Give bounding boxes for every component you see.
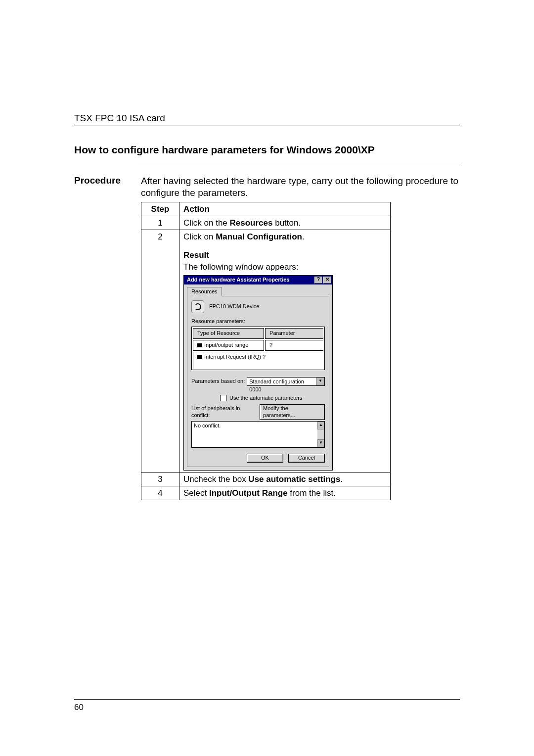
- resource-params-table: Type of Resource Parameter Input/output …: [191, 327, 325, 370]
- step-action: Click on the Resources button.: [179, 216, 391, 230]
- table-row: 1 Click on the Resources button.: [141, 216, 391, 230]
- tab-panel: FPC10 WDM Device Resource parameters: Ty…: [187, 296, 329, 467]
- table-row: 3 Uncheck the box Use automatic settings…: [141, 472, 391, 486]
- col-parameter: Parameter: [265, 328, 323, 339]
- page-number: 60: [74, 703, 460, 712]
- col-step: Step: [141, 202, 179, 216]
- properties-dialog: Add new hardware Assistant Properties ? …: [183, 275, 333, 471]
- page: TSX FPC 10 ISA card How to configure har…: [0, 0, 534, 756]
- step-number: 3: [141, 472, 179, 486]
- io-range-icon: [197, 343, 202, 347]
- page-title: How to configure hardware parameters for…: [74, 144, 460, 156]
- scroll-track: [317, 429, 324, 439]
- step-action: Uncheck the box Use automatic settings.: [179, 472, 391, 486]
- dialog-body: Resources FPC10 WDM Device Resource para: [184, 284, 332, 470]
- no-conflict-text: No conflict.: [194, 423, 221, 428]
- auto-params-checkbox[interactable]: [220, 395, 226, 401]
- result-text: The following window appears:: [183, 262, 386, 272]
- close-icon[interactable]: ✕: [323, 277, 331, 284]
- table-row: 2 Click on Manual Configuration. Result …: [141, 230, 391, 472]
- col-type: Type of Resource: [193, 328, 264, 339]
- step-action: Select Input/Output Range from the list.: [179, 486, 391, 500]
- rule-top: [74, 126, 460, 126]
- list-item[interactable]: Interrupt Request (IRQ) ?: [193, 352, 323, 369]
- table-row: 4 Select Input/Output Range from the lis…: [141, 486, 391, 500]
- device-icon: [191, 300, 204, 313]
- conflict-list: No conflict. ▲ ▼: [191, 421, 325, 448]
- col-action: Action: [179, 202, 391, 216]
- cancel-button[interactable]: Cancel: [288, 454, 325, 463]
- step-number: 4: [141, 486, 179, 500]
- scroll-up-icon[interactable]: ▲: [317, 422, 324, 429]
- dialog-titlebar: Add new hardware Assistant Properties ? …: [184, 276, 332, 284]
- procedure-intro: After having selected the hardware type,…: [141, 175, 460, 199]
- running-head: TSX FPC 10 ISA card: [74, 113, 460, 124]
- modify-parameters-button[interactable]: Modify the parameters...: [260, 404, 325, 420]
- list-item[interactable]: Input/output range ?: [193, 340, 323, 351]
- rule-subtitle: [138, 164, 460, 164]
- resource-params-label: Resource parameters:: [191, 318, 325, 325]
- scrollbar[interactable]: ▲ ▼: [317, 422, 324, 447]
- procedure-block: Procedure After having selected the hard…: [74, 175, 460, 500]
- tab-resources[interactable]: Resources: [187, 287, 222, 296]
- auto-params-label: Use the automatic parameters: [229, 395, 302, 402]
- steps-table: Step Action 1 Click on the Resources but…: [141, 202, 391, 501]
- step-number: 1: [141, 216, 179, 230]
- scroll-down-icon[interactable]: ▼: [317, 439, 324, 447]
- procedure-content: After having selected the hardware type,…: [141, 175, 460, 500]
- result-label: Result: [183, 250, 209, 260]
- dialog-title: Add new hardware Assistant Properties: [187, 277, 289, 284]
- device-name: FPC10 WDM Device: [209, 303, 259, 310]
- help-icon[interactable]: ?: [314, 277, 322, 284]
- based-on-label: Parameters based on:: [191, 378, 245, 385]
- step-number: 2: [141, 230, 179, 472]
- irq-icon: [197, 355, 202, 359]
- conflict-list-label: List of peripherals in conflict:: [191, 405, 260, 419]
- ok-button[interactable]: OK: [247, 454, 283, 463]
- based-on-combo[interactable]: Standard configuration 0000 ▼: [247, 377, 325, 386]
- based-on-value: Standard configuration 0000: [247, 378, 316, 385]
- page-footer: 60: [74, 699, 460, 712]
- step-action: Click on Manual Configuration. Result Th…: [179, 230, 391, 472]
- chevron-down-icon[interactable]: ▼: [316, 378, 324, 385]
- procedure-label: Procedure: [74, 175, 141, 186]
